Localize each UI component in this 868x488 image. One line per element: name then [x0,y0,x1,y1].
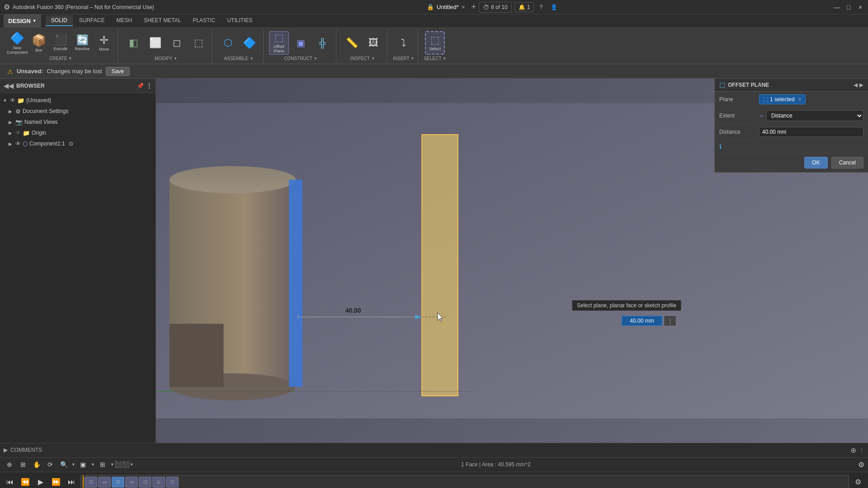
close-tab-icon[interactable]: × [462,4,465,10]
orbit-btn[interactable]: ⟳ [44,459,56,470]
toolbar-bottom: ⊕ ⊞ ✋ ⟳ 🔍 ▼ ▣ ▼ ⊞ ▼ ⬛⬛ ▼ 1 Face | Area :… [0,458,868,472]
timeline-marker [83,476,84,488]
timeline-item-4[interactable]: ▭ [125,477,138,488]
chamfer-btn[interactable]: ◻ [167,31,187,55]
distance-input[interactable] [759,127,863,137]
tree-item-root[interactable]: ▼ 👁 📁 (Unsaved) [0,95,156,106]
timeline-prev-btn[interactable]: ⏪ [19,476,32,488]
tree-item-named-views[interactable]: ▶ 📷 Named Views [0,117,156,127]
distance-more-btn[interactable]: ⋮ [664,316,676,326]
browser-options-btn[interactable]: ⋮ [146,83,152,89]
timeline-last-btn[interactable]: ⏭ [65,476,78,488]
notification-badge[interactable]: 🔔 1 [514,2,534,12]
browser-pin-btn[interactable]: 📌 [137,83,144,89]
timeline-item-3[interactable]: ⬡ [112,477,124,488]
zebra-btn[interactable]: 🖼 [363,31,383,55]
tab-plastic[interactable]: PLASTIC [187,15,221,26]
comments-options-btn[interactable]: ⋮ [859,447,864,453]
tab-mesh[interactable]: MESH [111,15,137,26]
timeline-item-6[interactable]: ◇ [152,477,165,488]
pan-btn[interactable]: ✋ [31,459,42,470]
assemble-btn[interactable]: ⬡ [218,31,238,55]
create-group-label[interactable]: CREATE ▼ [49,56,72,61]
modify-group-label[interactable]: MODIFY ▼ [155,56,177,61]
distance-float-input[interactable] [622,316,662,326]
panel-expand-right-btn[interactable]: ▶ [859,82,863,88]
settings-icon[interactable]: ⚙ [858,460,864,469]
tab-surface[interactable]: SURFACE [74,15,110,26]
timeline-item-1[interactable]: ⬡ [85,477,97,488]
viewport[interactable]: 40.00 Y X LEFT [156,79,868,443]
insert-group-label[interactable]: INSERT ▼ [393,56,414,61]
move-btn[interactable]: ✛ Move [94,31,114,55]
timeline-play-btn[interactable]: ▶ [34,476,47,488]
revolve-btn[interactable]: 🔄 Revolve [72,31,92,55]
design-menu-btn[interactable]: DESIGN ▼ [4,14,41,28]
shell-btn[interactable]: ⬚ [189,31,208,55]
extrude-btn[interactable]: ⬛ Extrude [51,31,71,55]
ok-btn[interactable]: OK [804,157,827,169]
create-new-body-btn[interactable]: 🔷 NewComponent [7,31,27,55]
timeline-settings-btn[interactable]: ⚙ [852,476,864,488]
panel-collapse-btn[interactable]: ◀ [854,82,858,88]
app-icon: ⚙ [4,3,10,11]
midplane-btn[interactable]: ▣ [291,31,311,55]
timeline-first-btn[interactable]: ⏮ [4,476,16,488]
tab-sheet-metal[interactable]: SHEET METAL [138,15,186,26]
extent-dropdown[interactable]: Distance [766,110,863,121]
inspect-group-label[interactable]: INSPECT ▼ [350,56,375,61]
create-box-btn[interactable]: 📦 Box [29,31,49,55]
tree-item-doc-settings[interactable]: ▶ ⚙ Document Settings [0,106,156,117]
measure-btn[interactable]: 📏 [342,31,362,55]
tree-item-component[interactable]: ▶ 👁 ⬡ Component1:1 ⊙ [0,138,156,149]
unsaved-message: Changes may be lost [47,68,102,75]
settings-group: ⚙ [858,460,864,469]
timeline-item-5[interactable]: ⬡ [139,477,151,488]
offset-plane-btn[interactable]: ⬚ OffsetPlane [269,31,289,55]
select-group-label[interactable]: SELECT ▼ [424,56,446,61]
maximize-btn[interactable]: □ [844,3,853,11]
tab-solid[interactable]: SOLID [46,15,73,26]
distance-input-float[interactable]: ⋮ [622,316,676,326]
tree-item-origin[interactable]: ▶ 👁 📁 Origin [0,127,156,138]
insert-btn[interactable]: ⤵ [394,31,414,55]
zoom-btn[interactable]: 🔍 [58,459,70,470]
construct-group-label[interactable]: CONSTRUCT ▼ [284,56,317,61]
info-icon[interactable]: ℹ [719,143,722,150]
comments-add-btn[interactable]: ⊕ [850,446,856,455]
timeline-item-7[interactable]: ⬡ [166,477,179,488]
grid-btn[interactable]: ⊞ [17,459,29,470]
assemble-group-label[interactable]: ASSEMBLE ▼ [224,56,254,61]
view-layout-btn[interactable]: ⬛⬛ [116,459,128,470]
comments-expand-btn[interactable]: ▶ [4,447,8,453]
status-text: 1 Face | Area : 40.595 mm^2 [461,461,531,468]
joint-btn[interactable]: 🔷 [240,31,259,55]
cancel-btn[interactable]: Cancel [831,157,863,169]
press-pull-btn[interactable]: ◧ [123,31,143,55]
panel-title: ⬚ OFFSET PLANE [719,81,769,89]
minimize-btn[interactable]: — [833,3,841,11]
snap-btn[interactable]: ⊕ [4,459,15,470]
insert-items: ⤵ [394,30,414,56]
timeline-item-2[interactable]: ▭ [98,477,111,488]
close-btn[interactable]: × [856,3,864,11]
timeline-next-btn[interactable]: ⏩ [50,476,62,488]
help-btn[interactable]: ? [537,3,545,12]
plane-clear-btn[interactable]: × [798,96,802,103]
grid-display-btn[interactable]: ⊞ [97,459,108,470]
fillet-btn[interactable]: ⬜ [145,31,165,55]
plane-selected-btn[interactable]: ⬚ 1 selected × [759,94,806,104]
axis-btn[interactable]: ╬ [312,31,332,55]
save-btn[interactable]: Save [106,67,130,76]
account-btn[interactable]: 👤 [548,3,560,12]
new-tab-btn[interactable]: + [471,2,476,12]
doc-settings-icon: ⚙ [15,108,21,115]
display-mode-btn[interactable]: ▣ [77,459,89,470]
version-counter: ⏱ 8 of 10 [479,2,512,13]
tab-utilities[interactable]: UTILITIES [222,15,258,26]
browser-collapse-btn[interactable]: ◀◀ [4,82,14,89]
select-btn[interactable]: ⬚ Select [425,31,445,55]
distance-label: Distance [719,129,755,135]
timeline-track[interactable]: ⬡ ▭ ⬡ ▭ ⬡ ◇ ⬡ [80,475,849,488]
plane-row: Plane ⬚ 1 selected × [715,92,868,108]
